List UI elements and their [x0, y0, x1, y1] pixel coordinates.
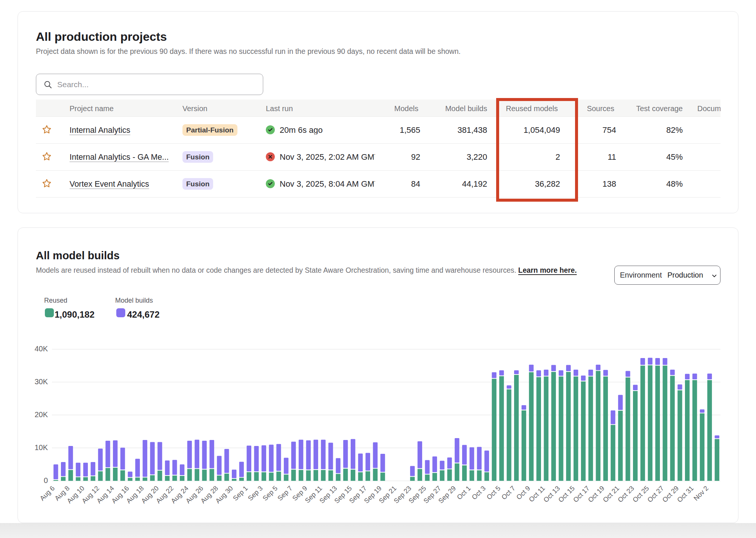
svg-text:Oct 7: Oct 7	[500, 484, 517, 501]
svg-text:10K: 10K	[34, 443, 48, 452]
svg-text:Oct 27: Oct 27	[646, 484, 666, 504]
svg-text:30K: 30K	[34, 377, 48, 386]
svg-text:20K: 20K	[34, 410, 48, 419]
svg-text:Oct 21: Oct 21	[602, 484, 621, 504]
svg-text:Sep 7: Sep 7	[276, 484, 294, 502]
svg-text:Sep 5: Sep 5	[261, 484, 279, 502]
svg-text:Oct 29: Oct 29	[661, 484, 680, 504]
svg-text:Aug 6: Aug 6	[39, 484, 56, 502]
svg-text:40K: 40K	[34, 345, 48, 353]
svg-text:Sep 3: Sep 3	[246, 484, 264, 502]
svg-text:Nov 2: Nov 2	[692, 484, 710, 502]
svg-text:Oct 5: Oct 5	[485, 484, 502, 501]
svg-text:Oct 19: Oct 19	[587, 484, 606, 504]
svg-text:Oct 1: Oct 1	[455, 484, 472, 501]
svg-text:0: 0	[44, 476, 48, 484]
svg-text:Oct 23: Oct 23	[616, 484, 636, 504]
svg-text:Oct 31: Oct 31	[676, 484, 695, 504]
svg-text:Oct 3: Oct 3	[470, 484, 487, 501]
svg-text:Oct 13: Oct 13	[542, 484, 562, 504]
svg-text:Oct 25: Oct 25	[631, 484, 651, 504]
svg-text:Oct 17: Oct 17	[572, 484, 591, 504]
svg-text:Sep 1: Sep 1	[231, 484, 249, 502]
svg-text:Oct 15: Oct 15	[557, 484, 576, 504]
